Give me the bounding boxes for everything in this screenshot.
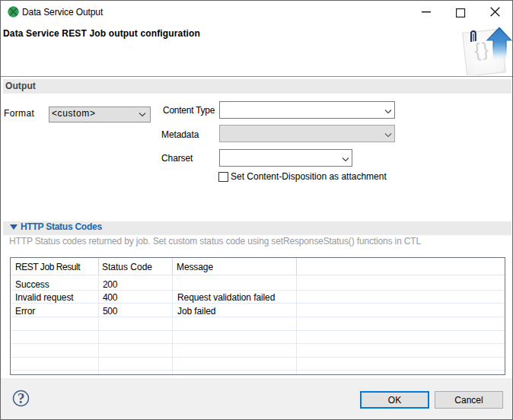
svg-text:?: ? xyxy=(18,390,25,406)
svg-text:{}: {} xyxy=(473,38,492,61)
